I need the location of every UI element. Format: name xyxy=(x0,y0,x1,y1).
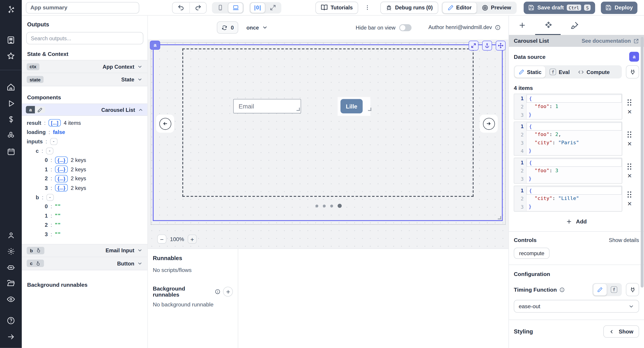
json-editor[interactable]: 123{ "foo": 3} xyxy=(514,158,622,184)
timing-eval-button[interactable]: f xyxy=(607,283,621,296)
ctx-row[interactable]: ctx App Context xyxy=(22,60,147,73)
centered-layout-button[interactable]: |0| xyxy=(250,2,266,13)
runs-icon[interactable] xyxy=(0,95,22,112)
zoom-in-button[interactable]: + xyxy=(188,234,196,244)
search-outputs-input[interactable] xyxy=(26,32,143,44)
tutorials-button[interactable]: Tutorials xyxy=(316,1,358,14)
refresh-count-button[interactable]: 0 xyxy=(217,22,238,34)
component-tag-a[interactable]: a xyxy=(150,41,160,50)
carousel-prev-button[interactable] xyxy=(156,114,174,132)
carousel-dot[interactable] xyxy=(323,204,326,207)
workspace-icon[interactable] xyxy=(0,32,22,48)
home-icon[interactable] xyxy=(0,79,22,95)
output-tree-row[interactable]: b:- xyxy=(26,192,147,202)
component-b-row[interactable]: b Email Input xyxy=(22,244,147,257)
add-background-runnable-button[interactable] xyxy=(223,287,233,296)
delete-item-button[interactable]: ✕ xyxy=(627,109,632,114)
insert-component-tab[interactable] xyxy=(509,22,535,29)
json-editor[interactable]: 123{ "city": "Lille"} xyxy=(514,186,622,212)
timing-static-button[interactable] xyxy=(593,283,607,296)
schedules-icon[interactable] xyxy=(0,143,22,160)
ai-robot-icon[interactable] xyxy=(0,259,22,275)
output-tree-row[interactable]: result:[...]4 items xyxy=(26,118,147,128)
output-tree-row[interactable]: 1:"" xyxy=(26,211,147,220)
component-a-row[interactable]: a Carousel List xyxy=(22,104,147,116)
component-c-row[interactable]: c Button xyxy=(22,257,147,270)
windmill-logo[interactable] xyxy=(6,3,16,16)
carousel-dot[interactable] xyxy=(338,204,342,208)
save-draft-button[interactable]: Save draft Ctrl S xyxy=(524,1,596,14)
debug-runs-button[interactable]: Debug runs (0) xyxy=(380,1,438,14)
component-settings-tab[interactable] xyxy=(535,21,562,30)
drag-handle-icon[interactable] xyxy=(628,163,632,170)
drag-handle-icon[interactable] xyxy=(628,131,632,138)
drag-handle-icon[interactable] xyxy=(628,99,632,106)
output-tree-row[interactable]: 3:{...}2 keys xyxy=(26,183,147,192)
carousel-dot[interactable] xyxy=(316,204,318,207)
output-tree-row[interactable]: 2:{...}2 keys xyxy=(26,174,147,183)
output-tree-row[interactable]: c:- xyxy=(26,146,147,155)
rename-pencil-icon[interactable] xyxy=(35,106,46,113)
app-canvas[interactable]: a Email Lille − 100% + xyxy=(148,39,508,248)
preview-tab[interactable]: Preview xyxy=(477,2,516,13)
editor-tab[interactable]: Editor xyxy=(442,2,477,13)
more-menu-button[interactable] xyxy=(364,4,371,11)
fullwidth-layout-button[interactable] xyxy=(266,2,281,13)
output-tree-row[interactable]: 0:"" xyxy=(26,202,147,211)
drag-handle-icon[interactable] xyxy=(628,191,632,198)
refresh-schedule-dropdown[interactable]: once xyxy=(246,22,268,34)
static-mode-button[interactable]: Static xyxy=(514,66,546,78)
mobile-view-button[interactable] xyxy=(213,2,228,13)
panel-scrollbar[interactable] xyxy=(641,37,644,288)
delete-item-button[interactable]: ✕ xyxy=(627,141,632,146)
anchor-component-button[interactable] xyxy=(482,41,492,50)
output-tree-row[interactable]: 0:{...}2 keys xyxy=(26,156,147,164)
output-tree-row[interactable]: loading:false xyxy=(26,128,147,137)
app-summary-input[interactable] xyxy=(26,2,139,13)
carousel-item-container[interactable] xyxy=(182,48,474,197)
timing-function-select[interactable]: ease-out xyxy=(514,300,639,313)
collapse-arrow-icon[interactable] xyxy=(0,328,22,345)
recompute-button[interactable]: recompute xyxy=(514,248,550,259)
redo-button[interactable] xyxy=(190,2,206,13)
zoom-out-button[interactable]: − xyxy=(157,234,166,244)
email-resize-handle[interactable] xyxy=(296,108,300,111)
deploy-button[interactable]: Deploy xyxy=(601,1,637,14)
delete-item-button[interactable]: ✕ xyxy=(627,173,632,178)
settings-gear-icon[interactable] xyxy=(0,243,22,259)
user-icon[interactable] xyxy=(0,227,22,243)
favorites-icon[interactable] xyxy=(0,48,22,64)
output-tree-row[interactable]: 3:"" xyxy=(26,230,147,239)
email-input-component[interactable]: Email xyxy=(233,99,301,114)
carousel-next-button[interactable] xyxy=(480,114,498,132)
eval-mode-button[interactable]: f Eval xyxy=(546,66,574,78)
timing-plug-button[interactable] xyxy=(626,283,639,296)
undo-button[interactable] xyxy=(172,2,189,13)
show-details-link[interactable]: Show details xyxy=(609,237,639,243)
output-tree-row[interactable]: inputs:- xyxy=(26,137,147,146)
compute-mode-button[interactable]: Compute xyxy=(574,66,614,78)
json-editor[interactable]: 123{ "foo": 1} xyxy=(514,94,622,120)
help-icon[interactable] xyxy=(0,313,22,329)
hide-bar-toggle[interactable] xyxy=(399,24,412,31)
component-resize-handle[interactable] xyxy=(498,216,501,220)
lille-button-component[interactable]: Lille xyxy=(340,99,363,114)
desktop-view-button[interactable] xyxy=(228,2,243,13)
info-icon[interactable] xyxy=(215,289,220,294)
json-editor[interactable]: 1234{ "foo": 2, "city": "Paris"} xyxy=(514,122,622,156)
audit-eye-icon[interactable] xyxy=(0,291,22,307)
info-icon[interactable] xyxy=(495,24,501,30)
styling-show-button[interactable]: Show xyxy=(604,326,639,338)
state-row[interactable]: state State xyxy=(22,73,147,86)
see-documentation-link[interactable]: See documentation xyxy=(582,38,639,44)
move-component-button[interactable] xyxy=(496,41,506,50)
resources-icon[interactable] xyxy=(0,127,22,143)
folders-icon[interactable] xyxy=(0,275,22,292)
variables-icon[interactable] xyxy=(0,112,22,128)
output-tree-row[interactable]: 2:"" xyxy=(26,220,147,230)
connect-plug-button[interactable] xyxy=(626,65,639,78)
expand-component-button[interactable] xyxy=(469,41,478,50)
add-item-button[interactable]: Add xyxy=(566,218,587,225)
output-tree-row[interactable]: 1:{...}2 keys xyxy=(26,164,147,174)
button-resize-handle[interactable] xyxy=(368,108,372,111)
